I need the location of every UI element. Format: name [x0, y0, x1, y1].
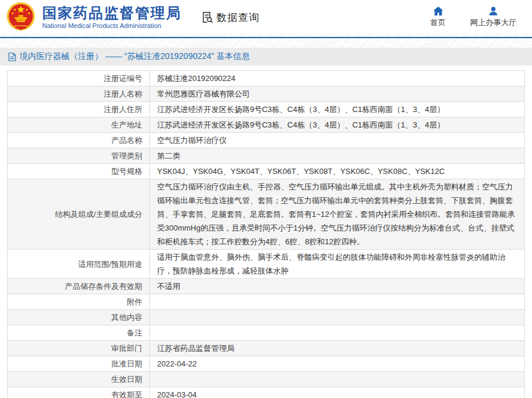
row-label: 结构及组成/主要组成成分: [8, 179, 150, 250]
table-row: 审批部门江苏省药品监督管理局: [8, 341, 525, 356]
row-value: 2024-03-04: [150, 387, 525, 398]
table-row: 批准日期2022-04-22: [8, 356, 525, 372]
row-value: 江苏武进经济开发区长扬路9号C3栋、C4栋（3、4层）、C1栋西南面（1、3、4…: [150, 117, 525, 133]
table-row: 其他内容: [8, 310, 525, 325]
nav-item-home[interactable]: 首页: [427, 7, 449, 28]
row-label: 产品名称: [8, 133, 150, 148]
table-row: 产品名称空气压力循环治疗仪: [8, 133, 525, 148]
home-icon: [433, 7, 443, 15]
table-row: 备注: [8, 325, 525, 341]
row-value: [150, 372, 525, 387]
row-label: 产品储存条件及有效期: [8, 279, 150, 294]
row-value: 适用于脑血管意外、脑外伤、脑手术后、脊髓病变引起的肢体功能障碍和外周非栓塞性脉管…: [150, 250, 525, 279]
table-row: 生效日期: [8, 372, 525, 387]
row-label: 适用范围/预期用途: [8, 250, 150, 279]
row-label: 生效日期: [8, 372, 150, 387]
row-label: 备注: [8, 325, 150, 341]
row-value: [150, 294, 525, 310]
row-label: 审批部门: [8, 341, 150, 356]
table-row: 注册证编号苏械注准20192090224: [8, 71, 525, 86]
org-name-cn: 国家药品监督管理局: [42, 5, 181, 21]
row-label: 管理类别: [8, 148, 150, 164]
data-query-label: 数据查询: [217, 11, 259, 24]
row-value: 常州思雅医疗器械有限公司: [150, 86, 525, 102]
national-emblem-icon: [5, 1, 37, 33]
nav-item-service-hall[interactable]: 网上办事大厅: [470, 7, 517, 28]
row-value: 江苏省药品监督管理局: [150, 341, 525, 356]
table-row: 产品储存条件及有效期不适用: [8, 279, 525, 294]
breadcrumb: 境内医疗器械（注册） —— “苏械注准20192090224” 基本信息: [0, 48, 532, 66]
registration-info-table: 注册证编号苏械注准20192090224注册人名称常州思雅医疗器械有限公司注册人…: [7, 70, 525, 398]
site-header: 国家药品监督管理局 National Medical Products Admi…: [0, 0, 532, 33]
top-nav: 首页 网上办事大厅: [427, 7, 524, 28]
table-row: 型号规格YSK04J、YSK04G、YSK04T、YSK06T、YSK08T、Y…: [8, 164, 525, 179]
row-value: 第二类: [150, 148, 525, 164]
row-label: 附件: [8, 294, 150, 310]
nmpa-logo: 国家药品监督管理局 National Medical Products Admi…: [5, 1, 181, 33]
hatch-strip: [0, 38, 532, 48]
main-content: 注册证编号苏械注准20192090224注册人名称常州思雅医疗器械有限公司注册人…: [0, 66, 532, 398]
row-label: 批准日期: [8, 356, 150, 372]
data-query-tab[interactable]: 数据查询: [201, 11, 259, 24]
row-value: 空气压力循环治疗仪: [150, 133, 525, 148]
table-row: 注册人名称常州思雅医疗器械有限公司: [8, 86, 525, 102]
data-search-icon: [201, 11, 214, 24]
org-titles: 国家药品监督管理局 National Medical Products Admi…: [42, 5, 181, 30]
row-value: 2022-04-22: [150, 356, 525, 372]
table-row: 结构及组成/主要组成成分空气压力循环治疗仪由主机、手控器、空气压力循环输出单元组…: [8, 179, 525, 250]
nav-home-label: 首页: [430, 17, 446, 28]
document-icon: [8, 52, 16, 61]
row-label: 注册人名称: [8, 86, 150, 102]
breadcrumb-text: 境内医疗器械（注册） —— “苏械注准20192090224” 基本信息: [20, 51, 250, 62]
row-value: 江苏武进经济开发区长扬路9号C3栋、C4栋（3、4层）、C1栋西南面（1、3、4…: [150, 102, 525, 117]
row-label: 有效期至: [8, 387, 150, 398]
table-row: 生产地址江苏武进经济开发区长扬路9号C3栋、C4栋（3、4层）、C1栋西南面（1…: [8, 117, 525, 133]
row-label: 生产地址: [8, 117, 150, 133]
row-value: [150, 310, 525, 325]
row-value: [150, 325, 525, 341]
table-row: 附件: [8, 294, 525, 310]
user-icon: [489, 7, 498, 15]
row-value: YSK04J、YSK04G、YSK04T、YSK06T、YSK08T、YSK06…: [150, 164, 525, 179]
row-value: 不适用: [150, 279, 525, 294]
table-row: 有效期至2024-03-04: [8, 387, 525, 398]
row-value: 苏械注准20192090224: [150, 71, 525, 86]
nav-service-hall-label: 网上办事大厅: [470, 17, 517, 28]
table-row: 注册人住所江苏武进经济开发区长扬路9号C3栋、C4栋（3、4层）、C1栋西南面（…: [8, 102, 525, 117]
table-row: 适用范围/预期用途适用于脑血管意外、脑外伤、脑手术后、脊髓病变引起的肢体功能障碍…: [8, 250, 525, 279]
org-name-en: National Medical Products Administration: [42, 21, 181, 30]
row-label: 注册证编号: [8, 71, 150, 86]
table-row: 管理类别第二类: [8, 148, 525, 164]
row-label: 注册人住所: [8, 102, 150, 117]
info-table-body: 注册证编号苏械注准20192090224注册人名称常州思雅医疗器械有限公司注册人…: [8, 71, 525, 398]
row-label: 其他内容: [8, 310, 150, 325]
row-label: 型号规格: [8, 164, 150, 179]
row-value: 空气压力循环治疗仪由主机、手控器、空气压力循环输出单元组成。其中主机外壳为塑料材…: [150, 179, 525, 250]
